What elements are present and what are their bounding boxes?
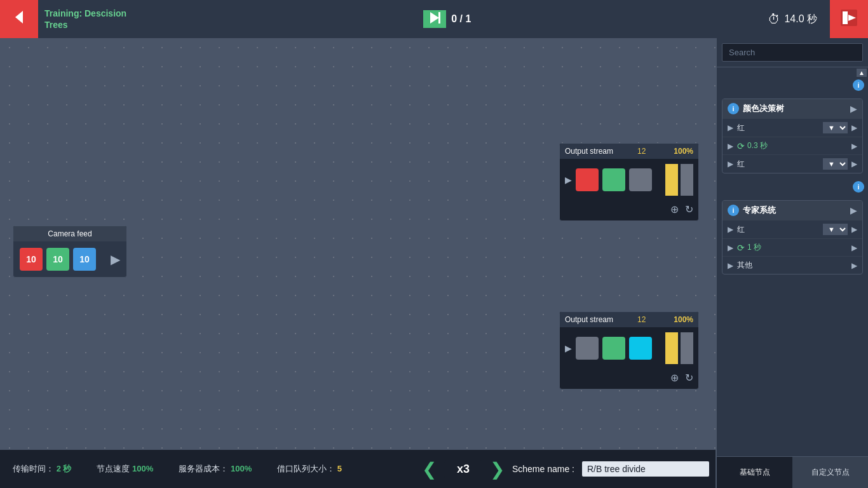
layers-icon-1[interactable]: ⊕ [670,203,679,215]
card2-row2-spinner: ⟳ 1 秒 [737,242,761,253]
chip-red: 10 [20,248,43,271]
server-cost: 服务器成本： 100% [179,463,252,475]
forward-icon-btn[interactable] [423,10,446,28]
card2-row3-play: ▶ [728,261,733,270]
output-node-2-title: Output stream [565,315,613,324]
sidebar-card-1: i 颜色决策树 ▶ ▶ 红 ▼ ▶ ▶ ⟳ 0.3 秒 ▶ [722,98,863,173]
card2-row3: ▶ 其他 ▶ [722,256,862,274]
prev-scheme-button[interactable]: ❮ [422,459,437,480]
card1-row3-play: ▶ [728,159,733,168]
sidebar-card-2-header: i 专家系统 ▶ [722,201,862,220]
card2-row3-label: 其他 [737,260,848,271]
card2-info-icon: i [728,205,739,216]
card1-arrow[interactable]: ▶ [850,104,857,114]
tab-custom-nodes[interactable]: 自定义节点 [792,457,868,488]
card2-row2-arrow: ▶ [851,243,857,252]
info-icon-1: i [853,79,864,91]
exit-icon [839,8,858,30]
card2-row1: ▶ 红 ▼ ▶ [722,220,862,238]
card1-row1-dropdown[interactable]: ▼ [823,122,848,133]
prev-icon: ❮ [422,459,437,479]
scheme-name-input[interactable] [582,461,709,477]
back-button[interactable] [0,0,38,38]
next-icon: ❯ [490,459,505,479]
output-1-play-icon: ▶ [565,175,572,185]
bar-fill-1a [665,164,678,196]
output-chip-gray2 [576,337,599,360]
x3-badge: x3 [444,460,482,478]
search-input[interactable] [722,43,863,62]
layers-icon-2[interactable]: ⊕ [670,372,679,384]
spinner-icon-2: ⟳ [737,243,745,253]
output-node-1-pct: 100% [674,147,693,156]
sidebar-bottom-tabs: 基础节点 自定义节点 [717,456,868,488]
refresh-icon-2[interactable]: ↻ [685,372,693,384]
output-node-1-count: 12 [637,147,646,156]
card1-spinner-value: 0.3 秒 [747,140,768,151]
refresh-icon-1[interactable]: ↻ [685,203,693,215]
back-icon [10,8,28,30]
output-node-1: Output stream 12 100% ▶ ⊕ ↻ [559,143,699,221]
output-node-1-footer: ⊕ ↻ [560,201,698,220]
output-node-1-body: ▶ [560,159,698,201]
queue-size: 借口队列大小： 5 [277,463,342,475]
forward-icon [428,11,442,27]
title-area: Training: Descision Trees [44,8,126,30]
card2-row3-arrow: ▶ [851,261,857,270]
exit-button[interactable] [830,0,868,38]
title-line2: Trees [44,19,126,30]
output-node-2-pct: 100% [674,315,693,324]
timer-area: ⏱ 14.0 秒 [768,12,817,27]
card1-row1-arrow: ▶ [851,123,857,132]
bar-fill-2a [665,332,678,364]
output-chip-green [602,168,625,191]
output-node-2-body: ▶ [560,327,698,369]
chip-green: 10 [46,248,69,271]
svg-rect-2 [438,12,440,24]
card2-row1-arrow: ▶ [851,225,857,234]
counter-area: 0 / 1 [423,10,471,28]
sidebar-card-2: i 专家系统 ▶ ▶ 红 ▼ ▶ ▶ ⟳ 1 秒 ▶ [722,200,863,274]
output-chip-gray [629,168,652,191]
output-bar-2b [681,332,693,364]
timer-value: 14.0 秒 [784,13,817,26]
output-node-2: Output stream 12 100% ▶ ⊕ ↻ [559,311,699,390]
canvas-area: Camera feed 10 10 10 ▶ Output stream 12 … [0,38,715,450]
card1-row3-dropdown[interactable]: ▼ [823,158,848,170]
card1-row2-play: ▶ [728,142,733,151]
camera-play-button[interactable]: ▶ [111,252,120,267]
output-bar-area-1 [665,164,693,196]
output-node-2-count: 12 [637,315,646,324]
camera-node-title: Camera feed [13,226,126,241]
transfer-time-value: 2 秒 [57,464,72,473]
right-sidebar: ▶ 运行测试 ▶ ▲ i i 颜色决策树 ▶ ▶ 红 [715,0,868,488]
output-node-1-header: Output stream 12 100% [560,144,698,159]
scroll-up-button[interactable]: ▲ [857,69,867,77]
search-bar [717,38,868,67]
card1-info-icon: i [728,103,739,114]
card1-row1-label: 红 [737,123,819,133]
status-bottom-bar: 传输时间： 2 秒 节点速度 100% 服务器成本： 100% 借口队列大小： … [0,450,715,488]
top-bar: Training: Descision Trees 0 / 1 ⏱ 14.0 秒 [0,0,868,38]
scheme-name-label: Scheme name : [512,464,574,474]
card2-arrow[interactable]: ▶ [850,205,857,215]
card2-row1-label: 红 [737,224,819,235]
output-chip-green2 [602,337,625,360]
card2-title: 专家系统 [743,205,846,216]
node-speed: 节点速度 100% [97,463,153,475]
output-chip-cyan [629,337,652,360]
card1-title: 颜色决策树 [743,103,846,114]
output-bar-area-2 [665,332,693,364]
tab-basic-nodes[interactable]: 基础节点 [717,457,792,488]
next-scheme-button[interactable]: ❯ [490,459,505,480]
card2-row2: ▶ ⟳ 1 秒 ▶ [722,238,862,256]
timer-icon: ⏱ [768,12,780,27]
card1-row3-arrow: ▶ [851,159,857,168]
card1-row2-arrow: ▶ [851,142,857,151]
output-chip-orange [576,168,599,191]
card2-row2-play: ▶ [728,243,733,252]
card1-row1-play: ▶ [728,123,733,132]
camera-node: Camera feed 10 10 10 ▶ [13,226,127,278]
card2-row1-dropdown[interactable]: ▼ [823,224,848,235]
card2-row1-play: ▶ [728,225,733,234]
